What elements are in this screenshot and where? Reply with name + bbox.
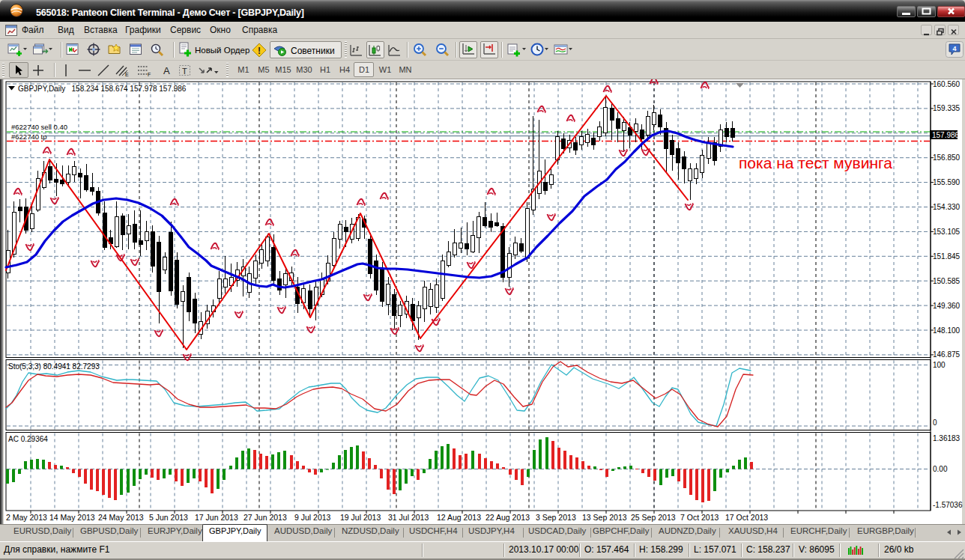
svg-text:Sto(5,3,3) 80.4941 82.7293: Sto(5,3,3) 80.4941 82.7293 xyxy=(8,362,100,371)
svg-text:F: F xyxy=(148,72,151,77)
svg-text:E: E xyxy=(125,72,129,77)
svg-text:149.360: 149.360 xyxy=(933,302,961,310)
svg-text:2 May 2013: 2 May 2013 xyxy=(6,513,47,522)
svg-text:#622740 sell 0.40: #622740 sell 0.40 xyxy=(11,123,67,131)
svg-text:31 Jul 2013: 31 Jul 2013 xyxy=(388,513,429,522)
svg-text:27 Jun 2013: 27 Jun 2013 xyxy=(243,513,287,522)
svg-text:0: 0 xyxy=(933,419,937,427)
svg-text:13 Sep 2013: 13 Sep 2013 xyxy=(582,513,627,522)
svg-text:150.585: 150.585 xyxy=(933,277,961,285)
svg-text:24 May 2013: 24 May 2013 xyxy=(98,513,144,522)
svg-text:#622740 tp: #622740 tp xyxy=(11,133,47,141)
svg-text:GBPJPY,Daily 158.234 158.674: GBPJPY,Daily 158.234 158.674 157.978 157… xyxy=(18,85,187,93)
svg-text:148.100: 148.100 xyxy=(933,326,961,335)
svg-text:159.335: 159.335 xyxy=(933,104,961,112)
svg-text:156.850: 156.850 xyxy=(933,153,961,162)
svg-text:19 Jul 2013: 19 Jul 2013 xyxy=(340,513,381,522)
svg-text:пока на тест мувинга: пока на тест мувинга xyxy=(739,154,892,171)
svg-text:12 Aug 2013: 12 Aug 2013 xyxy=(437,513,481,522)
svg-text:17 Jun 2013: 17 Jun 2013 xyxy=(195,513,238,522)
svg-text:100: 100 xyxy=(933,361,946,369)
svg-text:7 Oct 2013: 7 Oct 2013 xyxy=(680,513,719,522)
svg-text:9 Jul 2013: 9 Jul 2013 xyxy=(294,513,331,522)
svg-text:153.105: 153.105 xyxy=(933,228,961,236)
svg-text:160.560: 160.560 xyxy=(933,80,961,88)
svg-text:T: T xyxy=(182,67,187,76)
svg-text:4: 4 xyxy=(952,45,956,52)
svg-text:5 Jun 2013: 5 Jun 2013 xyxy=(149,513,188,522)
svg-text:146.875: 146.875 xyxy=(933,350,961,359)
svg-text:157.986: 157.986 xyxy=(932,131,960,139)
svg-text:155.590: 155.590 xyxy=(933,178,961,186)
svg-text:1.36183: 1.36183 xyxy=(933,434,961,442)
svg-text:!: ! xyxy=(258,46,261,56)
svg-text:0.00: 0.00 xyxy=(933,465,948,473)
svg-text:AC 0.29364: AC 0.29364 xyxy=(8,435,48,443)
svg-text:17 Oct 2013: 17 Oct 2013 xyxy=(725,513,768,522)
svg-text:151.845: 151.845 xyxy=(933,252,961,261)
svg-text:154.330: 154.330 xyxy=(933,203,961,211)
svg-text:3 Sep 2013: 3 Sep 2013 xyxy=(536,513,576,522)
svg-text:14 May 2013: 14 May 2013 xyxy=(49,513,95,522)
svg-text:25 Sep 2013: 25 Sep 2013 xyxy=(631,513,676,522)
svg-text:A: A xyxy=(163,65,170,76)
svg-text:22 Aug 2013: 22 Aug 2013 xyxy=(485,513,530,522)
svg-text:-1.57036: -1.57036 xyxy=(933,501,963,509)
